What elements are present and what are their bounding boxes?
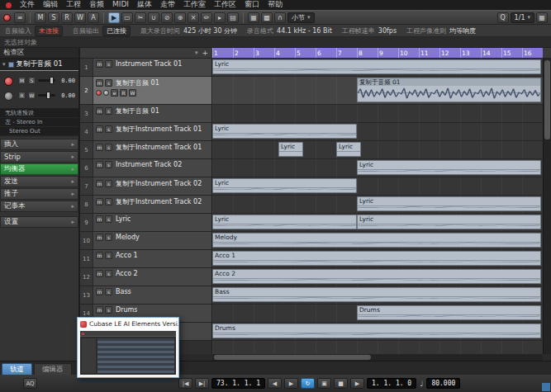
vertical-scrollbar[interactable] (543, 59, 551, 354)
track-solo-button[interactable]: s (105, 107, 112, 115)
quantize-dropdown[interactable]: 1/1 ▾ (511, 12, 534, 23)
tab-editor[interactable]: 编辑器 (34, 363, 72, 375)
track-row[interactable]: 7ms复制于Instrument Track 02 (80, 177, 211, 196)
track-mute-button[interactable]: m (96, 252, 103, 259)
tempo-display[interactable]: 80.000 (426, 378, 460, 389)
clip[interactable]: Lyric (357, 196, 541, 211)
vertical-scrollbar-thumb[interactable] (544, 60, 550, 139)
erase-tool[interactable]: ⊘ (161, 12, 173, 23)
volume-knob[interactable] (50, 77, 54, 84)
volume-slider[interactable] (38, 79, 55, 82)
menu-item[interactable]: 文件 (16, 0, 39, 10)
split-tool[interactable]: ✂ (135, 12, 146, 23)
track-extra-button[interactable]: R (120, 89, 127, 97)
menu-item[interactable]: MIDI (108, 0, 133, 10)
horizontal-scrollbar[interactable] (212, 354, 543, 361)
track-mute-button[interactable]: m (96, 161, 103, 168)
track-mute-button[interactable]: m (96, 270, 103, 277)
clip[interactable]: 复制于音频 01 (357, 78, 541, 102)
auto-quantize-button[interactable]: AQ (23, 378, 37, 389)
track-extra-button[interactable]: e (111, 89, 118, 97)
pan-knob[interactable] (46, 92, 50, 99)
locate-next-button[interactable]: ▶ (284, 378, 298, 389)
solo-button[interactable]: S (28, 77, 36, 84)
input-routing-row[interactable]: 左 - Stereo In (0, 118, 78, 127)
read-automation-button[interactable]: R (18, 92, 26, 99)
track-solo-button[interactable]: s (105, 270, 112, 277)
state-button-w[interactable]: W (74, 12, 86, 23)
menu-item[interactable]: 编辑 (39, 0, 62, 10)
track-extra-button[interactable]: W (129, 89, 136, 97)
clip[interactable]: Melody (212, 233, 541, 248)
track-mute-button[interactable]: m (96, 79, 103, 87)
track-mute-button[interactable]: m (96, 125, 103, 133)
track-solo-button[interactable]: s (105, 234, 112, 241)
track-solo-button[interactable]: s (105, 60, 112, 68)
track-mute-button[interactable]: m (96, 180, 103, 187)
track-row[interactable]: 13msBass (80, 286, 211, 305)
track-mute-button[interactable]: m (96, 306, 103, 314)
track-row[interactable]: 5ms复制于Instrument Track 01 (80, 141, 211, 159)
play-tool[interactable]: ▸ (214, 12, 226, 23)
track-solo-button[interactable]: s (105, 215, 112, 223)
track-mute-button[interactable]: m (96, 215, 103, 223)
track-row[interactable]: 11msAcco 1 (80, 250, 211, 268)
state-button-r[interactable]: R (61, 12, 73, 23)
tab-track[interactable]: 轨道 (2, 363, 32, 375)
quantize-settings-icon[interactable]: ▦ (536, 12, 548, 23)
hub-icon[interactable] (3, 14, 11, 21)
glue-tool[interactable]: ∪ (148, 12, 159, 23)
track-solo-button[interactable]: s (105, 288, 112, 295)
state-button-a[interactable]: A (88, 12, 99, 23)
clip[interactable]: Drums (357, 305, 541, 320)
track-row[interactable]: 2ms复制于音频 01eRW (80, 77, 211, 105)
filter-tracks-icon[interactable]: ▾ (195, 50, 198, 56)
zoom-tool[interactable]: ⊕ (174, 12, 186, 23)
clip[interactable]: Bass (212, 287, 541, 302)
pan-slider[interactable] (38, 94, 55, 97)
grid-type-icon[interactable]: ▩ (261, 12, 273, 23)
clip[interactable]: Lyric (357, 215, 541, 229)
state-button-s[interactable]: S (48, 12, 59, 23)
cycle-button[interactable]: ↻ (301, 378, 315, 389)
draw-tool[interactable]: ✏ (201, 12, 212, 23)
clip[interactable]: Acco 2 (212, 269, 541, 284)
track-solo-button[interactable]: s (105, 180, 112, 187)
menu-item[interactable]: 媒体 (133, 0, 156, 10)
mute-button[interactable]: M (18, 77, 26, 84)
track-solo-button[interactable]: s (105, 198, 112, 205)
snap-magnet-icon[interactable]: ∩ (274, 12, 286, 23)
locate-prev-button[interactable]: ◀ (268, 378, 282, 389)
track-mute-button[interactable]: m (96, 288, 103, 295)
track-solo-button[interactable]: s (105, 161, 112, 168)
app-logo-icon[interactable] (6, 2, 12, 8)
track-row[interactable]: 9msLyric (80, 214, 211, 232)
inspector-section[interactable]: 插入▸ (0, 139, 78, 150)
color-tool[interactable]: ▤ (227, 12, 239, 23)
track-row[interactable]: 3ms复制于音频 01 (80, 105, 211, 123)
monitor-button[interactable] (103, 90, 109, 96)
track-solo-button[interactable]: s (105, 125, 112, 133)
inspector-track-title[interactable]: ▾ 复制于音频 01 (0, 59, 78, 71)
inspector-section[interactable]: 均衡器▸ (0, 163, 78, 175)
track-mute-button[interactable]: m (96, 107, 103, 115)
track-mute-button[interactable]: m (96, 144, 103, 151)
track-solo-button[interactable]: s (105, 252, 112, 259)
mute-tool[interactable]: × (188, 12, 199, 23)
track-row[interactable]: 4ms复制于Instrument Track 01 (80, 123, 211, 141)
forward-button[interactable]: ▶| (195, 378, 209, 389)
rewind-button[interactable]: |◀ (178, 378, 192, 389)
secondary-position-display[interactable]: 1. 1. 1. 0 (367, 378, 416, 389)
clip[interactable]: Lyric (212, 124, 357, 139)
output-routing-row[interactable]: Stereo Out (0, 127, 78, 136)
primary-position-display[interactable]: 73. 1. 1. 1 (211, 378, 265, 389)
clip[interactable]: Acco 1 (212, 251, 541, 266)
track-row[interactable]: 8ms复制于Instrument Track 02 (80, 196, 211, 214)
clip[interactable]: Lyric (212, 178, 357, 193)
record-enable-button[interactable] (96, 90, 102, 96)
clip[interactable]: Lyric (278, 142, 303, 157)
state-button-m[interactable]: M (35, 12, 46, 23)
menu-item[interactable]: 走带 (156, 0, 179, 10)
monitor-button[interactable] (4, 92, 13, 101)
clip[interactable]: Drums (212, 324, 541, 338)
